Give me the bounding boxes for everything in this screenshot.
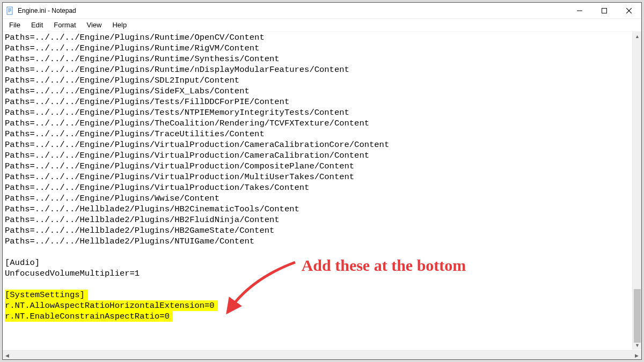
text-line: Paths=../../../Engine/Plugins/Runtime/Ri… [5, 43, 632, 54]
menu-file[interactable]: File [5, 20, 25, 30]
window-title: Engine.ini - Notepad [18, 7, 76, 14]
svg-line-8 [626, 8, 632, 13]
text-line: Paths=../../../Engine/Plugins/VirtualPro… [5, 139, 632, 150]
text-line: Paths=../../../Engine/Plugins/VirtualPro… [5, 182, 632, 193]
maximize-button[interactable] [592, 3, 617, 19]
scroll-down-icon[interactable]: ▼ [633, 341, 641, 350]
text-line: Paths=../../../Engine/Plugins/VirtualPro… [5, 161, 632, 172]
scroll-left-icon[interactable]: ◀ [3, 351, 12, 359]
notepad-window: Engine.ini - Notepad File Edit Format Vi… [2, 2, 642, 360]
text-line: Paths=../../../Engine/Plugins/Tests/Fill… [5, 97, 632, 107]
highlighted-line: r.NT.EnableConstrainAspectRatio=0 [5, 311, 632, 322]
text-line: Paths=../../../Engine/Plugins/SDL2Input/… [5, 75, 632, 86]
text-line: Paths=../../../Engine/Plugins/TheCoaliti… [5, 118, 632, 129]
text-editor[interactable]: Paths=../../../Engine/Plugins/Runtime/Op… [3, 32, 632, 350]
menu-edit[interactable]: Edit [27, 20, 47, 30]
highlighted-line: [SystemSettings] [5, 290, 632, 300]
text-line: UnfocusedVolumeMultiplier=1 [5, 268, 632, 279]
text-line: Paths=../../../Engine/Plugins/VirtualPro… [5, 172, 632, 182]
text-line: Paths=../../../Engine/Plugins/Runtime/nD… [5, 64, 632, 75]
menu-bar: File Edit Format View Help [3, 19, 641, 32]
text-line: Paths=../../../Engine/Plugins/SideFX_Lab… [5, 86, 632, 97]
text-line: Paths=../../../Engine/Plugins/Tests/NTPI… [5, 107, 632, 118]
menu-help[interactable]: Help [108, 20, 131, 30]
content-area: Paths=../../../Engine/Plugins/Runtime/Op… [3, 32, 641, 359]
text-line: Paths=../../../Engine/Plugins/Runtime/Op… [5, 32, 632, 43]
menu-view[interactable]: View [83, 20, 106, 30]
highlighted-line: r.NT.AllowAspectRatioHorizontalExtension… [5, 300, 632, 311]
minimize-button[interactable] [567, 3, 592, 19]
text-line: Paths=../../../Engine/Plugins/VirtualPro… [5, 150, 632, 161]
scroll-up-icon[interactable]: ▲ [633, 32, 641, 41]
text-line: Paths=../../../Hellblade2/Plugins/NTUIGa… [5, 236, 632, 247]
text-line: [Audio] [5, 257, 632, 268]
text-line: Paths=../../../Hellblade2/Plugins/HB2Gam… [5, 225, 632, 236]
text-line [5, 247, 632, 257]
svg-rect-6 [602, 8, 607, 13]
close-button[interactable] [617, 3, 641, 19]
text-line: Paths=../../../Engine/Plugins/Runtime/Sy… [5, 54, 632, 64]
text-line [5, 279, 632, 290]
title-bar[interactable]: Engine.ini - Notepad [3, 3, 641, 19]
scroll-right-icon[interactable]: ▶ [632, 351, 641, 359]
notepad-icon [6, 6, 14, 15]
svg-line-7 [626, 8, 632, 13]
scroll-thumb-vertical[interactable] [634, 289, 641, 343]
menu-format[interactable]: Format [49, 20, 80, 30]
text-line: Paths=../../../Engine/Plugins/TraceUtili… [5, 129, 632, 139]
vertical-scrollbar[interactable]: ▲ ▼ [632, 32, 641, 350]
text-line: Paths=../../../Hellblade2/Plugins/HB2Cin… [5, 204, 632, 215]
text-line: Paths=../../../Engine/Plugins/Wwise/Cont… [5, 193, 632, 204]
horizontal-scrollbar[interactable]: ◀ ▶ [3, 350, 641, 359]
text-line: Paths=../../../Hellblade2/Plugins/HB2Flu… [5, 215, 632, 225]
